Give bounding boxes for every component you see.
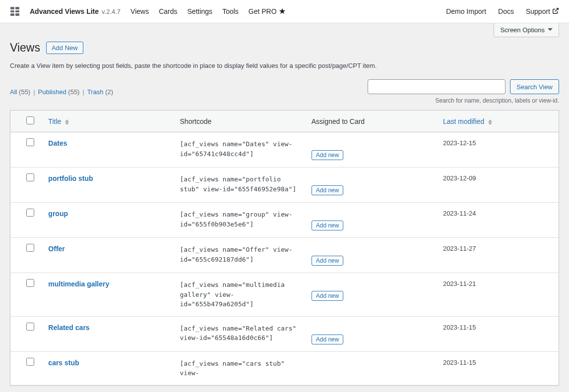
row-modified-cell: 2023-11-15 [438, 317, 559, 352]
nav-docs[interactable]: Docs [498, 7, 514, 15]
row-checkbox-cell [10, 273, 43, 317]
nav-cards[interactable]: Cards [159, 7, 177, 15]
nav-demo-import[interactable]: Demo Import [446, 7, 486, 15]
screen-options-label: Screen Options [500, 26, 545, 34]
row-modified-cell: 2023-12-09 [438, 168, 559, 203]
add-new-card-button[interactable]: Add new [312, 150, 344, 160]
row-title-link[interactable]: group [48, 210, 68, 218]
row-checkbox[interactable] [26, 244, 34, 252]
row-checkbox-cell [10, 352, 43, 385]
row-title-cell: Related cars [43, 317, 175, 352]
row-checkbox[interactable] [26, 209, 34, 217]
table-row: group[acf_views name="group" view-id="65… [10, 203, 559, 238]
row-shortcode-text[interactable]: [acf_views name="cars stub" view- [180, 360, 285, 377]
row-modified-cell: 2023-12-15 [438, 132, 559, 168]
search-input[interactable] [368, 79, 506, 94]
row-title-cell: cars stub [43, 352, 175, 385]
star-icon [279, 7, 286, 16]
row-modified-date: 2023-11-15 [443, 359, 476, 366]
table-row: Related cars[acf_views name="Related car… [10, 317, 559, 352]
row-assigned-cell: Add new [307, 168, 438, 203]
row-title-link[interactable]: multimedia gallery [48, 280, 109, 288]
nav-tools[interactable]: Tools [222, 7, 239, 15]
row-shortcode-text[interactable]: [acf_views name="group" view-id="655f0b9… [180, 211, 293, 228]
row-assigned-cell: Add new [307, 317, 438, 352]
row-checkbox[interactable] [26, 173, 34, 181]
row-checkbox[interactable] [26, 323, 34, 331]
filter-all-count: (55) [19, 88, 30, 96]
filter-sep: | [82, 88, 84, 96]
top-toolbar: Advanced Views Lite v.2.4.7 Views Cards … [0, 0, 569, 23]
page-description: Create a View item by selecting post fie… [10, 62, 559, 69]
nav-support-label: Support [526, 7, 550, 15]
row-checkbox-cell [10, 168, 43, 203]
filter-trash[interactable]: Trash [87, 88, 104, 96]
header-modified[interactable]: Last modified [438, 111, 559, 132]
table-row: multimedia gallery[acf_views name="multi… [10, 273, 559, 317]
toolbar-left: Advanced Views Lite v.2.4.7 Views Cards … [10, 6, 286, 16]
svg-rect-4 [10, 13, 14, 16]
row-title-link[interactable]: Related cars [48, 324, 89, 332]
row-shortcode-text[interactable]: [acf_views name="Related cars" view-id="… [180, 325, 297, 342]
nav-get-pro[interactable]: Get PRO [249, 7, 286, 16]
add-new-card-button[interactable]: Add new [312, 256, 344, 266]
select-all-checkbox[interactable] [26, 116, 34, 124]
screen-options-wrap: Screen Options [494, 23, 559, 37]
add-new-card-button[interactable]: Add new [312, 291, 344, 301]
table-row: cars stub[acf_views name="cars stub" vie… [10, 352, 559, 385]
row-shortcode-text[interactable]: [acf_views name="portfolio stub" view-id… [180, 175, 297, 193]
add-new-card-button[interactable]: Add new [312, 221, 344, 230]
search-box: Search View Search for name, description… [368, 79, 559, 105]
table-row: Offer[acf_views name="Offer" view-id="65… [10, 238, 559, 273]
app-name: Advanced Views Lite [30, 7, 99, 15]
row-title-link[interactable]: portfolio stub [48, 174, 93, 182]
add-new-button[interactable]: Add New [46, 42, 83, 54]
row-shortcode-cell: [acf_views name="Offer" view-id="655c692… [175, 238, 307, 273]
row-modified-date: 2023-12-09 [443, 174, 476, 182]
filter-published[interactable]: Published [38, 88, 66, 96]
row-title-link[interactable]: Offer [48, 245, 64, 253]
row-assigned-cell: Add new [307, 273, 438, 317]
toolbar-right: Demo Import Docs Support [446, 7, 559, 16]
app-icon [10, 6, 20, 16]
search-hint: Search for name, description, labels or … [368, 97, 559, 104]
row-title-cell: group [43, 203, 175, 238]
svg-rect-2 [10, 10, 14, 12]
nav-views[interactable]: Views [130, 7, 149, 15]
sort-icon [65, 119, 69, 125]
filter-all[interactable]: All [10, 88, 17, 96]
add-new-card-button[interactable]: Add new [312, 335, 344, 344]
chevron-down-icon [548, 26, 553, 34]
row-shortcode-cell: [acf_views name="multimedia gallery" vie… [175, 273, 307, 317]
screen-options-button[interactable]: Screen Options [494, 23, 559, 37]
header-assigned: Assigned to Card [307, 111, 438, 132]
row-assigned-cell: Add new [307, 203, 438, 238]
filter-search-row: All (55) | Published (55) | Trash (2) Se… [10, 79, 559, 105]
page-title: Views [10, 41, 40, 56]
nav-support[interactable]: Support [526, 7, 559, 16]
app-version: v.2.4.7 [102, 8, 121, 15]
row-checkbox-cell [10, 132, 43, 168]
row-shortcode-cell: [acf_views name="Dates" view-id="65741c9… [175, 132, 307, 168]
row-title-link[interactable]: Dates [48, 139, 67, 147]
header-title[interactable]: Title [43, 111, 175, 132]
header-checkbox-col [10, 111, 43, 132]
add-new-card-button[interactable]: Add new [312, 185, 344, 195]
header-title-label: Title [48, 117, 61, 125]
svg-rect-3 [15, 10, 19, 12]
row-shortcode-text[interactable]: [acf_views name="Dates" view-id="65741c9… [180, 140, 293, 158]
nav-settings[interactable]: Settings [188, 7, 213, 15]
row-checkbox[interactable] [26, 358, 34, 366]
search-button[interactable]: Search View [510, 79, 559, 94]
row-checkbox[interactable] [26, 279, 34, 287]
row-checkbox[interactable] [26, 138, 34, 146]
row-title-link[interactable]: cars stub [48, 359, 79, 367]
row-modified-cell: 2023-11-27 [438, 238, 559, 273]
row-checkbox-cell [10, 203, 43, 238]
row-shortcode-cell: [acf_views name="cars stub" view- [175, 352, 307, 385]
row-shortcode-text[interactable]: [acf_views name="Offer" view-id="655c692… [180, 246, 293, 263]
row-modified-date: 2023-11-24 [443, 210, 476, 217]
row-modified-cell: 2023-11-15 [438, 352, 559, 385]
row-shortcode-text[interactable]: [acf_views name="multimedia gallery" vie… [180, 281, 285, 308]
row-shortcode-cell: [acf_views name="Related cars" view-id="… [175, 317, 307, 352]
